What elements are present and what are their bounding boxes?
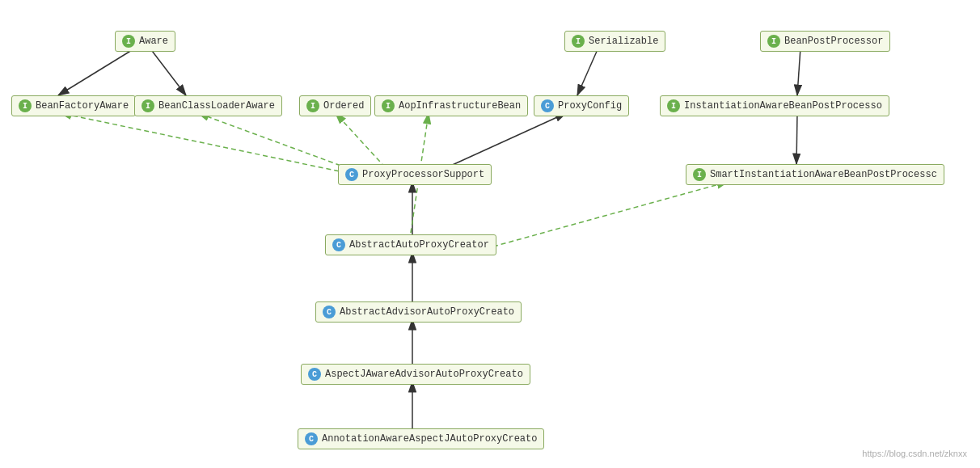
type-badge: C: [332, 238, 345, 251]
node-annotationawareaspectjautoproxycreator: CAnnotationAwareAspectJAutoProxyCreato: [298, 428, 544, 449]
type-badge: I: [122, 35, 135, 48]
type-badge: I: [693, 168, 706, 181]
node-proxyprocessorsupport: CProxyProcessorSupport: [338, 164, 492, 185]
type-badge: C: [541, 99, 554, 112]
node-label: ProxyConfig: [558, 100, 622, 112]
node-proxyconfig: CProxyConfig: [534, 95, 629, 116]
node-serializable: ISerializable: [564, 31, 665, 52]
type-badge: I: [19, 99, 32, 112]
node-label: AbstractAdvisorAutoProxyCreato: [340, 306, 514, 318]
type-badge: C: [305, 432, 318, 445]
node-abstractautoproxycreator: CAbstractAutoProxyCreator: [325, 234, 496, 255]
node-label: BeanFactoryAware: [36, 100, 129, 112]
node-aspectjawareadvisorautoproxycreator: CAspectJAwareAdvisorAutoProxyCreato: [301, 364, 530, 385]
node-aware: IAware: [115, 31, 175, 52]
node-label: InstantiationAwareBeanPostProcesso: [684, 100, 882, 112]
svg-line-7: [61, 113, 378, 179]
type-badge: I: [572, 35, 585, 48]
node-instantiationawarebeanpostprocessor: IInstantiationAwareBeanPostProcesso: [660, 95, 889, 116]
svg-line-3: [150, 48, 186, 95]
node-beanpostprocessor: IBeanPostProcessor: [760, 31, 890, 52]
svg-line-2: [58, 48, 136, 95]
node-beanfactoryaware: IBeanFactoryAware: [11, 95, 136, 116]
node-beanclassloaderaware: IBeanClassLoaderAware: [134, 95, 282, 116]
node-label: Aware: [139, 36, 168, 47]
svg-line-5: [797, 48, 800, 95]
node-label: Serializable: [589, 36, 658, 47]
node-label: AspectJAwareAdvisorAutoProxyCreato: [325, 369, 523, 380]
node-abstractadvisorautoproxycreator: CAbstractAdvisorAutoProxyCreato: [315, 301, 522, 323]
svg-line-4: [577, 48, 598, 95]
node-label: Ordered: [323, 100, 364, 112]
svg-line-13: [493, 182, 728, 247]
node-label: ProxyProcessorSupport: [362, 169, 484, 180]
node-label: BeanClassLoaderAware: [158, 100, 275, 112]
type-badge: I: [142, 99, 154, 112]
diagram-container: IAwareISerializableIBeanPostProcessorIBe…: [0, 0, 980, 468]
node-label: AnnotationAwareAspectJAutoProxyCreato: [322, 433, 537, 445]
svg-line-6: [796, 113, 797, 164]
node-label: SmartInstantiationAwareBeanPostProcessc: [710, 169, 937, 180]
type-badge: I: [382, 99, 395, 112]
node-label: BeanPostProcessor: [784, 36, 883, 47]
watermark: https://blog.csdn.net/zknxx: [862, 449, 967, 458]
type-badge: I: [667, 99, 680, 112]
type-badge: C: [308, 368, 321, 381]
type-badge: I: [306, 99, 319, 112]
node-label: AopInfrastructureBean: [399, 100, 521, 112]
type-badge: C: [345, 168, 358, 181]
type-badge: C: [323, 306, 336, 318]
node-aopinfrastructurebean: IAopInfrastructureBean: [374, 95, 528, 116]
type-badge: I: [767, 35, 780, 48]
node-smartinstantiationawarebeanpostprocessor: ISmartInstantiationAwareBeanPostProcessc: [686, 164, 944, 185]
node-ordered: IOrdered: [299, 95, 371, 116]
node-label: AbstractAutoProxyCreator: [349, 239, 489, 251]
